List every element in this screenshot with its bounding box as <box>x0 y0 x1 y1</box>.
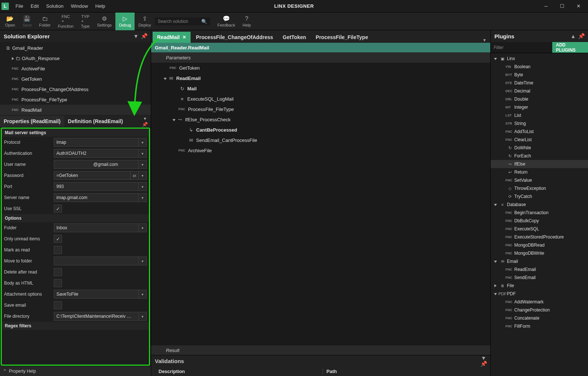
dropdown-icon[interactable] <box>139 160 147 169</box>
expand-icon[interactable] <box>493 56 498 61</box>
dropdown-icon[interactable] <box>139 171 147 180</box>
plugin-item[interactable]: FNCMongoDBWrite <box>491 249 588 257</box>
property-input[interactable] <box>54 160 139 169</box>
dropdown-icon[interactable] <box>139 149 147 158</box>
expand-icon[interactable]: ▴ <box>570 33 576 39</box>
property-input[interactable] <box>54 138 139 147</box>
expand-icon[interactable] <box>493 283 498 288</box>
search-icon[interactable]: 🔍 <box>201 18 207 24</box>
expand-icon[interactable] <box>493 291 498 296</box>
flow-item[interactable]: ✉SendEmail_CantProcessFile <box>151 135 490 145</box>
plugin-item[interactable]: FNCClearList <box>491 136 588 144</box>
property-input[interactable] <box>54 171 131 180</box>
menu-window[interactable]: Window <box>67 0 91 13</box>
plugin-item[interactable]: DECDecimal <box>491 87 588 95</box>
plugin-item[interactable]: ↩Return <box>491 168 588 176</box>
open-button[interactable]: 📂Open <box>1 13 19 30</box>
project-row[interactable]: 🗎 Gmail_Reader <box>0 43 151 53</box>
plugin-item[interactable]: FNCBeginTransaction <box>491 209 588 217</box>
flow-item[interactable]: ↳CantBeProcessed <box>151 125 490 135</box>
add-plugins-button[interactable]: ADD PLUGINS <box>552 42 588 53</box>
plugin-item[interactable]: FNCSetValue <box>491 176 588 184</box>
plugin-item[interactable]: 🗎File <box>491 282 588 290</box>
solution-item[interactable]: FNCGetToken <box>0 74 151 84</box>
plugin-item[interactable]: FNCAddToList <box>491 128 588 136</box>
flow-item[interactable]: ↻Mail <box>151 83 490 94</box>
checkbox[interactable] <box>54 279 62 287</box>
feedback-button[interactable]: 💬Feedback <box>214 13 239 30</box>
solution-item[interactable]: 🗀OAuth_Response <box>0 53 151 63</box>
plugin-item[interactable]: FNCAddWatermark <box>491 298 588 306</box>
dropdown-icon[interactable] <box>139 193 147 202</box>
type-button[interactable]: TYP+Type <box>77 13 93 30</box>
plugin-item[interactable]: ◇ThrowException <box>491 184 588 192</box>
menu-file[interactable]: File <box>12 0 27 13</box>
editor-tab[interactable]: ProcessFile_ChangeOfAddress <box>191 32 277 43</box>
plugin-item[interactable]: FNCMongoDBRead <box>491 241 588 249</box>
menu-help[interactable]: Help <box>92 0 109 13</box>
flow-item[interactable]: ≡ExecuteSQL_LogMail <box>151 94 490 104</box>
expand-icon[interactable] <box>173 117 175 122</box>
editor-tab[interactable]: GetToken <box>278 32 311 43</box>
plugin-item[interactable]: ⟳TryCatch <box>491 192 588 201</box>
dropdown-icon[interactable] <box>139 312 147 321</box>
solution-item[interactable]: FNCReadMail <box>0 105 151 115</box>
property-input[interactable] <box>54 290 139 299</box>
flow-item[interactable]: FNCArchiveFile <box>151 145 490 156</box>
tab-menu-icon[interactable]: ▾ <box>480 37 489 43</box>
plugin-item[interactable]: ≡Database <box>491 201 588 209</box>
property-input[interactable] <box>54 182 139 191</box>
menu-edit[interactable]: Edit <box>27 0 42 13</box>
plugin-item[interactable]: FNCDbBulkCopy <box>491 217 588 225</box>
expand-icon[interactable] <box>493 259 498 264</box>
plugin-item[interactable]: FNCFillForm <box>491 322 588 330</box>
settings-button[interactable]: ⚙Settings <box>93 13 115 30</box>
expand-icon[interactable]: ▾ <box>133 33 139 39</box>
plugin-item[interactable]: FNCReadEmail <box>491 265 588 274</box>
property-input[interactable] <box>54 223 139 232</box>
property-input[interactable] <box>54 193 139 202</box>
plugin-item[interactable]: Y\NBoolean <box>491 63 588 71</box>
minimize-button[interactable]: ─ <box>538 0 554 13</box>
plugin-filter-input[interactable] <box>491 42 552 53</box>
dropdown-icon[interactable] <box>139 257 147 265</box>
plugin-item[interactable]: ⤳IfElse <box>491 160 588 168</box>
plugin-item[interactable]: FNCExecuteStoredProcedure <box>491 233 588 241</box>
plugin-item[interactable]: LSTList <box>491 111 588 119</box>
pin-icon[interactable]: 📌 <box>141 33 147 39</box>
property-help[interactable]: ⌃ Property Help <box>0 366 151 376</box>
pin-icon[interactable]: 📌 <box>578 33 584 39</box>
expand-icon[interactable]: ▾ <box>481 355 487 361</box>
flow-item[interactable]: FNCGetToken <box>151 63 490 73</box>
checkbox[interactable]: ✓ <box>54 235 62 243</box>
plugin-item[interactable]: FNCChangeProtection <box>491 306 588 314</box>
plugin-item[interactable]: ↻ForEach <box>491 152 588 160</box>
checkbox[interactable]: ✓ <box>54 205 62 213</box>
debug-button[interactable]: ▷Debug <box>115 13 135 30</box>
plugin-item[interactable]: FNCSendEmail <box>491 274 588 282</box>
flow-item[interactable]: ✉ReadEmail <box>151 73 490 83</box>
definition-tab[interactable]: Definition (ReadEmail) <box>64 116 126 127</box>
close-icon[interactable]: ✕ <box>182 35 186 40</box>
plugin-item[interactable]: INTInteger <box>491 103 588 111</box>
pin-icon[interactable]: 📌 <box>142 121 148 127</box>
editor-tab[interactable]: ProcessFile_FileType <box>311 32 372 43</box>
property-input[interactable] <box>54 257 139 265</box>
folder-button[interactable]: 🗀Folder <box>35 13 54 30</box>
maximize-button[interactable]: ☐ <box>554 0 570 13</box>
solution-item[interactable]: FNCArchiveFile <box>0 63 151 74</box>
property-input[interactable] <box>54 149 139 158</box>
property-input[interactable] <box>54 312 139 321</box>
expand-icon[interactable] <box>493 202 498 207</box>
checkbox[interactable] <box>54 246 62 254</box>
expression-button[interactable]: ᴇx <box>131 171 139 180</box>
checkbox[interactable] <box>54 268 62 276</box>
plugin-item[interactable]: BYTByte <box>491 71 588 79</box>
plugin-item[interactable]: STRString <box>491 119 588 128</box>
expand-icon[interactable]: ▾ <box>142 115 148 121</box>
dropdown-icon[interactable] <box>139 290 147 299</box>
flow-item[interactable]: FNCProcessFile_FileType <box>151 104 490 114</box>
plugin-item[interactable]: ▣Linx <box>491 55 588 63</box>
properties-tab[interactable]: Properties (ReadEmail) <box>0 116 64 127</box>
menu-solution[interactable]: Solution <box>42 0 67 13</box>
